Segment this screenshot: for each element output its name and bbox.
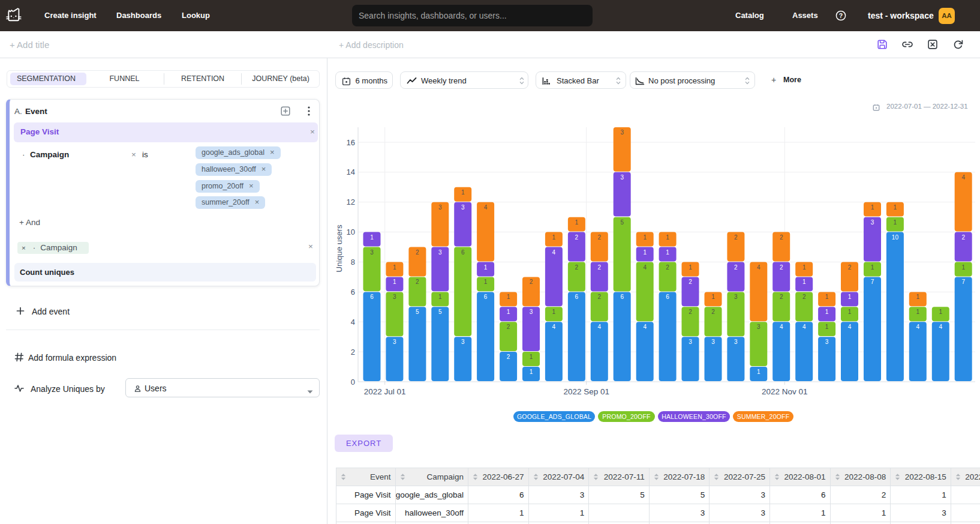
svg-text:3: 3 [825,339,829,345]
svg-text:12: 12 [347,197,355,206]
svg-text:1: 1 [507,309,510,315]
svg-text:1: 1 [666,234,669,241]
svg-text:3: 3 [461,339,465,345]
svg-text:1: 1 [507,294,510,300]
svg-text:1: 1 [802,279,806,285]
svg-text:2: 2 [575,264,579,271]
svg-text:4: 4 [643,264,647,271]
svg-text:4: 4 [780,324,783,330]
svg-text:1: 1 [916,309,920,315]
svg-text:3: 3 [370,249,374,256]
svg-text:5: 5 [438,309,442,315]
svg-text:2: 2 [734,234,738,241]
svg-text:3: 3 [689,339,692,345]
svg-text:2: 2 [780,234,783,241]
svg-text:3: 3 [461,204,465,211]
svg-text:2: 2 [351,348,355,357]
svg-text:6: 6 [351,288,355,297]
svg-text:Unique users: Unique users [335,224,344,273]
svg-text:6: 6 [370,294,374,300]
svg-text:1: 1 [530,369,533,375]
svg-text:1: 1 [711,294,715,300]
svg-text:5: 5 [416,309,419,315]
svg-text:4: 4 [757,264,760,271]
svg-text:3: 3 [711,339,715,345]
svg-text:1: 1 [461,189,465,196]
svg-text:3: 3 [530,309,533,315]
svg-text:2: 2 [780,264,783,271]
svg-text:2: 2 [734,264,738,271]
svg-text:1: 1 [848,309,852,315]
svg-text:1: 1 [825,324,829,330]
svg-text:4: 4 [939,324,942,330]
svg-text:1: 1 [689,264,692,271]
svg-text:2022 Sep 01: 2022 Sep 01 [563,387,609,396]
svg-text:4: 4 [552,324,556,330]
svg-text:0: 0 [351,378,355,387]
svg-text:2: 2 [598,234,602,241]
svg-text:1: 1 [552,234,556,241]
svg-text:1: 1 [916,294,920,300]
svg-text:1: 1 [552,309,556,315]
svg-text:2: 2 [598,264,602,271]
svg-text:6: 6 [620,294,624,300]
svg-text:1: 1 [643,249,647,256]
svg-text:7: 7 [871,279,874,285]
svg-text:3: 3 [393,294,396,300]
svg-text:3: 3 [393,339,396,345]
svg-text:3: 3 [757,324,760,330]
svg-text:6: 6 [575,294,579,300]
svg-text:2: 2 [507,324,510,330]
svg-text:4: 4 [351,318,355,327]
svg-text:1: 1 [894,204,897,211]
svg-text:2: 2 [416,279,419,285]
svg-text:10: 10 [347,227,355,236]
svg-text:1: 1 [871,264,874,271]
svg-text:2: 2 [689,279,692,285]
svg-text:8: 8 [351,257,355,267]
svg-text:1: 1 [643,234,647,241]
svg-text:6: 6 [484,294,488,300]
svg-text:2: 2 [530,279,533,285]
svg-text:1: 1 [484,264,488,271]
svg-text:2: 2 [711,309,715,315]
svg-text:1: 1 [825,309,829,315]
svg-text:1: 1 [530,354,533,360]
svg-text:3: 3 [438,204,442,211]
svg-text:?: ? [839,12,843,19]
svg-text:6: 6 [461,249,465,256]
svg-text:7: 7 [961,279,965,285]
svg-text:2022 Nov 01: 2022 Nov 01 [762,387,808,396]
svg-text:1: 1 [848,294,852,300]
svg-text:3: 3 [734,339,738,345]
svg-text:2: 2 [780,294,783,300]
svg-text:4: 4 [961,174,965,181]
svg-text:1: 1 [484,279,488,285]
svg-text:2: 2 [416,249,419,256]
svg-text:5: 5 [620,219,624,226]
svg-text:4: 4 [598,324,602,330]
svg-text:6: 6 [666,294,669,300]
svg-text:1: 1 [370,234,374,241]
svg-text:1: 1 [393,279,396,285]
svg-text:2: 2 [961,234,965,241]
svg-text:1: 1 [939,309,942,315]
svg-text:2: 2 [666,264,669,271]
svg-text:14: 14 [347,167,355,176]
svg-text:1: 1 [961,264,965,271]
svg-text:3: 3 [620,174,624,181]
svg-text:4: 4 [552,249,556,256]
svg-text:4: 4 [643,324,647,330]
svg-text:1: 1 [666,249,669,256]
svg-text:3: 3 [871,219,874,226]
svg-text:4: 4 [916,324,920,330]
svg-text:10: 10 [892,234,899,241]
svg-text:16: 16 [347,138,355,147]
svg-text:4: 4 [848,324,852,330]
svg-text:1: 1 [757,369,760,375]
svg-text:2: 2 [575,234,579,241]
svg-text:1: 1 [894,219,897,226]
svg-text:3: 3 [734,294,738,300]
svg-text:1: 1 [825,294,829,300]
svg-text:2022 Jul 01: 2022 Jul 01 [364,387,406,396]
